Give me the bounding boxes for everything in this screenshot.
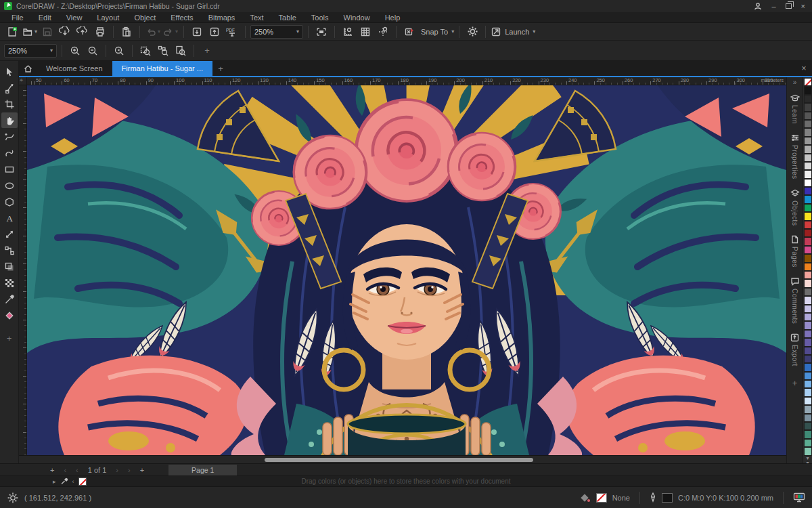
color-swatch[interactable]: [804, 296, 812, 304]
fullscreen-preview-button[interactable]: [313, 24, 330, 39]
menu-effects[interactable]: Effects: [163, 14, 200, 22]
color-swatch[interactable]: [804, 372, 812, 380]
sign-in-account-icon[interactable]: [754, 2, 762, 10]
tab-welcome-screen[interactable]: Welcome Screen: [37, 61, 112, 76]
color-swatch[interactable]: [804, 263, 812, 271]
redo-button[interactable]: ▾: [162, 24, 179, 39]
color-swatch[interactable]: [804, 221, 812, 229]
vertical-ruler[interactable]: [19, 85, 27, 455]
color-swatch[interactable]: [804, 229, 812, 237]
menu-layout[interactable]: Layout: [89, 14, 127, 22]
color-swatch[interactable]: [804, 305, 812, 313]
color-swatch[interactable]: [804, 347, 812, 355]
docker-tab-objects[interactable]: Objects: [790, 184, 800, 230]
next-page-button[interactable]: ›: [113, 466, 121, 474]
color-swatch[interactable]: [804, 179, 812, 187]
propbar-customize-button[interactable]: +: [199, 43, 215, 58]
show-grid-button[interactable]: [357, 24, 374, 39]
color-swatch[interactable]: [804, 162, 812, 170]
color-swatch[interactable]: [804, 212, 812, 220]
open-button[interactable]: ▾: [22, 24, 38, 39]
color-swatch[interactable]: [804, 321, 812, 329]
color-swatch[interactable]: [804, 145, 812, 153]
color-swatch[interactable]: [804, 120, 812, 128]
color-swatch[interactable]: [804, 279, 812, 287]
fill-color-swatch[interactable]: [596, 493, 607, 503]
color-swatch[interactable]: [804, 388, 812, 396]
color-swatch[interactable]: [804, 288, 812, 296]
curve-tool[interactable]: [1, 129, 18, 144]
zoom-level-combo[interactable]: 250% ▾: [250, 25, 303, 39]
color-swatch[interactable]: [804, 397, 812, 405]
zoom-to-all-objects-button[interactable]: [155, 43, 171, 58]
docker-tab-properties[interactable]: Properties: [790, 129, 800, 184]
color-swatch[interactable]: [804, 430, 812, 438]
menu-file[interactable]: File: [4, 14, 31, 22]
color-proof-display-icon[interactable]: [793, 492, 805, 503]
horizontal-ruler[interactable]: millimeters 5060708090100110120130140150…: [27, 77, 786, 85]
docker-tab-learn[interactable]: Learn: [790, 89, 800, 129]
artistic-media-tool[interactable]: [1, 145, 18, 161]
drop-shadow-tool[interactable]: [1, 259, 18, 274]
color-swatch[interactable]: [804, 271, 812, 279]
export-button[interactable]: [206, 24, 223, 39]
add-page-button-right[interactable]: +: [137, 466, 147, 474]
color-swatch[interactable]: [804, 137, 812, 145]
zoom-oneshot-button[interactable]: [111, 43, 127, 58]
menu-tools[interactable]: Tools: [304, 14, 336, 22]
outline-color-swatch[interactable]: [662, 493, 673, 503]
docker-expand-icon[interactable]: »: [793, 79, 797, 89]
zoom-to-selection-button[interactable]: [137, 43, 154, 58]
text-tool[interactable]: A: [1, 210, 18, 226]
menu-object[interactable]: Object: [127, 14, 163, 22]
color-swatch[interactable]: [804, 187, 812, 195]
color-swatch[interactable]: [804, 447, 812, 455]
color-swatch[interactable]: [804, 237, 812, 245]
pan-tool[interactable]: [1, 112, 18, 128]
previous-page-button[interactable]: ‹: [73, 466, 81, 474]
cloud-download-button[interactable]: [57, 24, 73, 39]
color-swatch[interactable]: [804, 154, 812, 162]
horizontal-scrollbar-thumb[interactable]: [265, 458, 533, 462]
close-button[interactable]: ×: [801, 3, 805, 10]
status-gear-icon[interactable]: [7, 492, 19, 504]
color-swatch[interactable]: [804, 128, 812, 136]
color-swatch[interactable]: [804, 112, 812, 120]
color-swatch[interactable]: [804, 254, 812, 262]
show-guidelines-button[interactable]: [375, 24, 391, 39]
import-button[interactable]: [189, 24, 205, 39]
paste-button[interactable]: [118, 24, 135, 39]
color-swatch[interactable]: [804, 204, 812, 212]
color-swatch[interactable]: [804, 86, 812, 94]
color-swatch[interactable]: [804, 95, 812, 103]
color-swatch[interactable]: [804, 313, 812, 321]
menu-text[interactable]: Text: [242, 14, 271, 22]
home-welcome-icon[interactable]: [19, 61, 37, 76]
color-swatch[interactable]: [804, 414, 812, 422]
color-swatch[interactable]: [804, 439, 812, 447]
add-page-button-left[interactable]: +: [47, 466, 57, 474]
ruler-origin-button[interactable]: [19, 77, 27, 85]
page-1-tab[interactable]: Page 1: [168, 465, 237, 475]
ellipse-tool[interactable]: [1, 177, 18, 193]
color-swatch[interactable]: [804, 363, 812, 371]
toolbox-customize-button[interactable]: +: [7, 333, 12, 343]
color-swatch[interactable]: [804, 330, 812, 338]
drawing-canvas[interactable]: [27, 85, 786, 455]
connector-tool[interactable]: [1, 242, 18, 258]
document-palette-none-swatch[interactable]: [78, 478, 87, 486]
cloud-upload-button[interactable]: [74, 24, 91, 39]
pick-tool[interactable]: [1, 64, 18, 79]
color-swatch[interactable]: [804, 380, 812, 388]
menu-table[interactable]: Table: [271, 14, 304, 22]
color-swatch-none[interactable]: [804, 78, 812, 86]
shape-tool[interactable]: [1, 80, 18, 96]
color-swatch[interactable]: [804, 405, 812, 413]
zoom-levels-combo[interactable]: 250% ▾: [4, 44, 57, 58]
color-swatch[interactable]: [804, 422, 812, 430]
crop-tool[interactable]: [1, 96, 18, 112]
rectangle-tool[interactable]: [1, 161, 18, 177]
minimize-button[interactable]: –: [771, 3, 775, 10]
open-dropdown-arrow[interactable]: ▾: [35, 28, 37, 35]
launch-button[interactable]: Launch ▾: [491, 24, 535, 39]
